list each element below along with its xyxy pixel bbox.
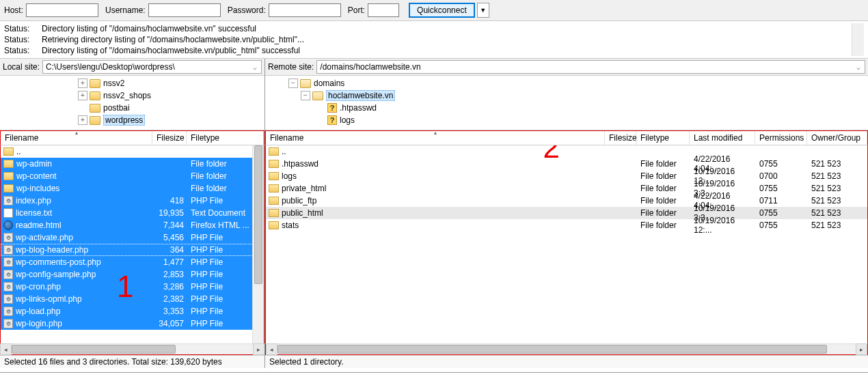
file-name: logs: [282, 171, 297, 181]
local-path-field[interactable]: C:\Users\lengu\Desktop\wordpress\ ⌵: [42, 60, 262, 74]
col-filetype[interactable]: Filetype: [636, 131, 690, 145]
file-row[interactable]: private_htmlFile folder10/19/2016 3:3...…: [266, 182, 867, 195]
scroll-left-icon[interactable]: ◂: [0, 343, 12, 355]
file-row[interactable]: ⚙wp-login.php34,057PHP File: [1, 317, 264, 330]
local-headers[interactable]: ▴Filename Filesize Filetype: [0, 130, 265, 145]
scroll-right-icon[interactable]: ▸: [856, 343, 867, 355]
file-size: 2,382: [152, 294, 187, 304]
remote-tree[interactable]: −domains−hoclamwebsite.vn?.htpasswd?logs: [265, 76, 868, 130]
file-row[interactable]: wp-adminFile folder: [1, 158, 264, 170]
php-icon: ⚙: [3, 257, 13, 267]
local-filelist[interactable]: ..wp-adminFile folderwp-contentFile fold…: [0, 145, 265, 343]
file-owner: 521 523: [807, 221, 867, 230]
chevron-down-icon[interactable]: ⌵: [855, 63, 862, 71]
file-size: 364: [152, 245, 187, 255]
tree-item[interactable]: ?.htpasswd: [268, 102, 868, 114]
remote-path-row: Remote site: /domains/hoclamwebsite.vn ⌵: [265, 59, 868, 76]
password-input[interactable]: [269, 3, 341, 17]
quickconnect-toolbar: Host: Username: Password: Port: Quickcon…: [0, 0, 868, 21]
col-permissions[interactable]: Permissions: [755, 131, 807, 145]
file-owner: 521 523: [807, 208, 867, 218]
col-filesize[interactable]: Filesize: [152, 131, 187, 145]
remote-filelist[interactable]: ...htpasswdFile folder4/22/2016 4:04:...…: [265, 145, 868, 343]
tree-item[interactable]: +nssv2: [3, 77, 265, 89]
file-row[interactable]: public_ftpFile folder4/22/2016 4:04:...0…: [266, 195, 867, 207]
tree-toggle-icon[interactable]: −: [288, 79, 298, 88]
file-name: index.php: [16, 196, 51, 205]
php-icon: ⚙: [3, 282, 13, 292]
file-row[interactable]: ..: [266, 145, 867, 158]
tree-item[interactable]: +nssv2_shops: [3, 89, 265, 102]
scroll-right-icon[interactable]: ▸: [253, 343, 265, 355]
file-row[interactable]: ⚙wp-links-opml.php2,382PHP File: [1, 293, 264, 305]
col-filename[interactable]: ▴Filename: [266, 131, 605, 145]
file-row[interactable]: public_htmlFile folder10/19/2016 3:3...0…: [266, 207, 867, 219]
remote-path-field[interactable]: /domains/hoclamwebsite.vn ⌵: [316, 60, 865, 74]
status-label: Status:: [4, 23, 42, 34]
file-row[interactable]: ⚙wp-activate.php5,456PHP File: [1, 231, 264, 244]
username-input[interactable]: [148, 3, 221, 17]
remote-hscroll[interactable]: ◂ ▸: [265, 343, 868, 355]
file-name: readme.html: [16, 221, 62, 230]
file-row[interactable]: wp-contentFile folder: [1, 170, 264, 182]
file-name: license.txt: [16, 208, 52, 218]
local-hscroll[interactable]: ◂ ▸: [0, 343, 265, 355]
status-scrollbar[interactable]: [852, 23, 864, 56]
file-row[interactable]: statsFile folder10/19/2016 12:...0755521…: [266, 219, 867, 231]
col-owner[interactable]: Owner/Group: [807, 131, 867, 145]
file-row[interactable]: ⚙wp-comments-post.php1,477PHP File: [1, 256, 264, 268]
tree-toggle-icon[interactable]: −: [301, 91, 310, 100]
file-size: 418: [152, 196, 187, 205]
file-size: 3,286: [152, 282, 187, 292]
folder-icon: [269, 172, 279, 180]
file-row[interactable]: ⚙wp-config-sample.php2,853PHP File: [1, 268, 264, 281]
file-size: 3,353: [152, 307, 187, 316]
folder-icon: [3, 147, 14, 156]
file-permissions: 0755: [755, 159, 807, 169]
file-type: File folder: [636, 208, 690, 218]
port-input[interactable]: [368, 3, 399, 17]
file-row[interactable]: readme.html7,344Firefox HTML ...: [1, 219, 264, 231]
file-row[interactable]: wp-includesFile folder: [1, 182, 264, 195]
status-line: Retrieving directory listing of "/domain…: [42, 34, 304, 45]
file-row[interactable]: ..: [1, 145, 264, 158]
file-row[interactable]: .htpasswdFile folder4/22/2016 4:04:...07…: [266, 158, 867, 170]
local-tree[interactable]: +nssv2+nssv2_shopspostbai+wordpress: [0, 76, 265, 130]
local-path-row: Local site: C:\Users\lengu\Desktop\wordp…: [0, 59, 265, 76]
tree-toggle-icon[interactable]: +: [78, 91, 87, 100]
file-name: ..: [16, 147, 21, 156]
file-row[interactable]: logsFile folder10/19/2016 12:...0700521 …: [266, 170, 867, 182]
file-permissions: 0755: [755, 221, 807, 230]
file-name: wp-login.php: [16, 319, 62, 328]
folder-icon: [3, 172, 14, 180]
scroll-left-icon[interactable]: ◂: [266, 343, 277, 355]
tree-item[interactable]: +wordpress: [3, 114, 265, 126]
file-row[interactable]: license.txt19,935Text Document: [1, 207, 264, 219]
chevron-down-icon[interactable]: ⌵: [252, 63, 258, 71]
chevron-down-icon: ▼: [480, 7, 486, 14]
file-type: File folder: [636, 159, 690, 169]
php-icon: ⚙: [3, 319, 13, 328]
tree-toggle-icon[interactable]: +: [78, 115, 87, 125]
status-messages: Directory listing of "/domains/hoclamweb…: [42, 23, 304, 56]
file-row[interactable]: ⚙wp-blog-header.php364PHP File: [1, 244, 264, 256]
file-row[interactable]: ⚙index.php418PHP File: [1, 195, 264, 207]
local-vscroll[interactable]: [252, 145, 264, 343]
tree-item[interactable]: postbai: [3, 102, 265, 114]
tree-toggle-icon[interactable]: +: [78, 79, 87, 88]
col-filename[interactable]: ▴Filename: [1, 131, 152, 145]
col-filetype[interactable]: Filetype: [187, 131, 264, 145]
quickconnect-button[interactable]: Quickconnect: [409, 3, 475, 18]
quickconnect-dropdown[interactable]: ▼: [477, 3, 489, 18]
file-row[interactable]: ⚙wp-load.php3,353PHP File: [1, 305, 264, 317]
host-label: Host:: [4, 5, 23, 15]
remote-headers[interactable]: ▴Filename Filesize Filetype Last modifie…: [265, 130, 868, 145]
tree-item[interactable]: −domains: [268, 77, 868, 89]
status-pane: Status: Status: Status: Directory listin…: [0, 21, 868, 59]
tree-item[interactable]: ?logs: [268, 114, 868, 126]
tree-item[interactable]: −hoclamwebsite.vn: [268, 89, 868, 102]
col-modified[interactable]: Last modified: [690, 131, 755, 145]
file-row[interactable]: ⚙wp-cron.php3,286PHP File: [1, 281, 264, 293]
col-filesize[interactable]: Filesize: [605, 131, 636, 145]
host-input[interactable]: [26, 3, 98, 17]
